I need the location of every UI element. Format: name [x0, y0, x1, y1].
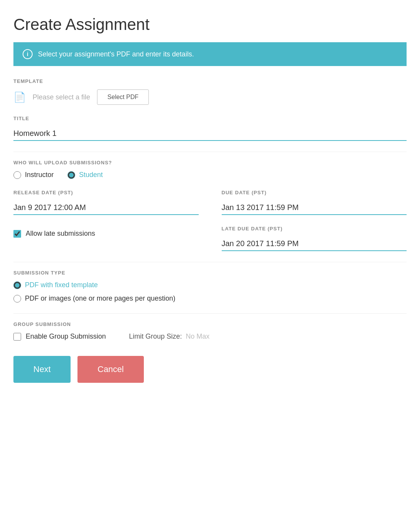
radio-student[interactable]: Student	[68, 171, 103, 179]
group-submission-section: GROUP SUBMISSION Enable Group Submission…	[13, 321, 407, 341]
radio-pdf-fixed-input[interactable]	[13, 281, 21, 289]
title-input[interactable]	[13, 127, 407, 141]
info-banner: i Select your assignment's PDF and enter…	[13, 42, 407, 66]
release-date-field: RELEASE DATE (PST)	[13, 190, 199, 215]
late-checkbox-area: Allow late submissions	[13, 226, 199, 238]
page-title: Create Assignment	[13, 15, 407, 34]
due-date-input[interactable]	[222, 201, 407, 215]
radio-instructor[interactable]: Instructor	[13, 171, 54, 179]
group-submission-checkbox-label[interactable]: Enable Group Submission	[26, 332, 106, 341]
select-pdf-button[interactable]: Select PDF	[97, 89, 149, 105]
due-date-field: DUE DATE (PST)	[222, 190, 407, 215]
divider-3	[13, 313, 407, 314]
due-date-label: DUE DATE (PST)	[222, 190, 407, 195]
late-submissions-label[interactable]: Allow late submissions	[26, 230, 95, 238]
limit-group-label: Limit Group Size:	[129, 332, 182, 341]
late-submissions-checkbox[interactable]	[13, 230, 21, 238]
info-icon: i	[23, 49, 33, 59]
radio-instructor-label: Instructor	[25, 171, 54, 179]
group-submission-label: GROUP SUBMISSION	[13, 321, 407, 327]
upload-radio-group: Instructor Student	[13, 171, 407, 179]
late-due-date-label: LATE DUE DATE (PST)	[222, 226, 407, 232]
release-date-label: RELEASE DATE (PST)	[13, 190, 199, 195]
radio-student-label: Student	[79, 171, 103, 179]
upload-section: WHO WILL UPLOAD SUBMISSIONS? Instructor …	[13, 160, 407, 179]
upload-section-label: WHO WILL UPLOAD SUBMISSIONS?	[13, 160, 407, 165]
limit-group-value: No Max	[186, 332, 209, 341]
file-placeholder: Please select a file	[33, 93, 90, 101]
radio-instructor-input[interactable]	[13, 171, 21, 179]
group-row: Enable Group Submission Limit Group Size…	[13, 332, 407, 341]
group-submission-checkbox[interactable]	[13, 333, 21, 341]
next-button[interactable]: Next	[13, 356, 71, 383]
file-icon: 📄	[13, 91, 26, 103]
release-date-input[interactable]	[13, 201, 199, 215]
title-section: TITLE	[13, 116, 407, 141]
radio-pdf-images-input[interactable]	[13, 295, 21, 303]
banner-text: Select your assignment's PDF and enter i…	[38, 50, 194, 58]
radio-pdf-fixed[interactable]: PDF with fixed template	[13, 281, 407, 289]
divider-1	[13, 152, 407, 152]
radio-pdf-images-label: PDF or images (one or more pages per que…	[25, 294, 175, 303]
template-section: TEMPLATE 📄 Please select a file Select P…	[13, 78, 407, 105]
template-label: TEMPLATE	[13, 78, 407, 84]
cancel-button[interactable]: Cancel	[77, 356, 143, 383]
buttons-row: Next Cancel	[13, 356, 407, 383]
divider-2	[13, 262, 407, 262]
radio-pdf-images[interactable]: PDF or images (one or more pages per que…	[13, 294, 407, 303]
submission-type-radio-group: PDF with fixed template PDF or images (o…	[13, 281, 407, 303]
late-due-date-field: LATE DUE DATE (PST)	[222, 226, 407, 251]
group-checkbox-area: Enable Group Submission	[13, 332, 106, 341]
radio-student-input[interactable]	[68, 171, 75, 179]
submission-type-section: SUBMISSION TYPE PDF with fixed template …	[13, 270, 407, 303]
late-due-date-input[interactable]	[222, 237, 407, 251]
limit-group-area: Limit Group Size: No Max	[129, 332, 209, 341]
submission-type-label: SUBMISSION TYPE	[13, 270, 407, 276]
radio-pdf-fixed-label: PDF with fixed template	[25, 281, 98, 289]
title-label: TITLE	[13, 116, 407, 121]
dates-section: RELEASE DATE (PST) DUE DATE (PST)	[13, 190, 407, 215]
late-section: Allow late submissions LATE DUE DATE (PS…	[13, 226, 407, 251]
